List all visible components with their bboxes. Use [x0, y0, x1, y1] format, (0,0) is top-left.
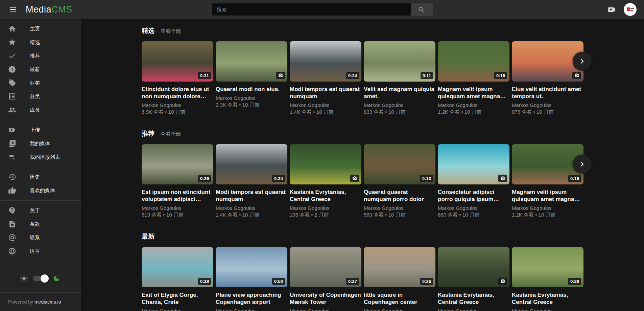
media-title[interactable]: Magnam velit ipsum quisquam amet magnam …: [512, 188, 583, 203]
media-author[interactable]: Markos Gogoulos: [290, 308, 361, 311]
media-card[interactable]: 0:16Magnam velit ipsum quisquam amet mag…: [438, 41, 509, 115]
media-thumbnail[interactable]: 0:11: [364, 41, 435, 82]
media-thumbnail[interactable]: 0:27: [290, 247, 361, 287]
media-thumbnail[interactable]: 0:24: [216, 144, 287, 184]
media-author[interactable]: Markos Gogoulos: [142, 205, 213, 211]
media-title[interactable]: Eius velit etincidunt amet tempora ut.: [512, 86, 583, 100]
media-thumbnail[interactable]: 0:31: [142, 41, 213, 82]
sidebar-item-latest[interactable]: 最新: [0, 63, 81, 76]
media-title[interactable]: Kastania Evrytanias, Central Greece: [290, 188, 361, 203]
sidebar-item-my-playlists[interactable]: 我的播放列表: [0, 150, 81, 164]
media-author[interactable]: Markos Gogoulos: [216, 205, 287, 211]
sidebar-item-contact[interactable]: 联系: [0, 231, 81, 244]
media-author[interactable]: Markos Gogoulos: [216, 95, 287, 101]
media-author[interactable]: Markos Gogoulos: [512, 205, 583, 211]
media-card[interactable]: 0:26Est ipsum non etincidunt voluptatem …: [142, 144, 213, 218]
media-thumbnail[interactable]: 0:24: [290, 41, 361, 82]
app-logo[interactable]: MediaCMS: [26, 4, 72, 15]
media-card[interactable]: 0:24Modi tempora est quaerat numquamMark…: [216, 144, 287, 218]
media-title[interactable]: Kastania Evrytanias, Central Greece: [438, 291, 509, 306]
media-title[interactable]: Magnam velit ipsum quisquam amet magnam …: [438, 86, 509, 100]
sidebar-item-about[interactable]: 关于: [0, 204, 81, 217]
sidebar-item-language[interactable]: 语言: [0, 244, 81, 258]
sidebar-item-liked-media[interactable]: 喜欢的媒体: [0, 184, 81, 197]
media-thumbnail[interactable]: [290, 144, 361, 184]
media-author[interactable]: Markos Gogoulos: [290, 102, 361, 108]
media-author[interactable]: Markos Gogoulos: [290, 205, 361, 211]
media-card[interactable]: 0:29Kastania Evrytanias, Central GreeceM…: [512, 247, 583, 311]
media-title[interactable]: Modi tempora est quaerat numquam: [290, 86, 361, 100]
media-author[interactable]: Markos Gogoulos: [364, 308, 435, 311]
media-author[interactable]: Markos Gogoulos: [142, 102, 213, 108]
menu-button[interactable]: [7, 4, 18, 15]
media-card[interactable]: 0:29Exit of Elygia Gorge, Chania, CreteM…: [142, 247, 213, 311]
mediacms-link[interactable]: mediacms.io: [34, 299, 61, 305]
sidebar-item-members[interactable]: 成员: [0, 103, 81, 117]
media-thumbnail[interactable]: [438, 144, 509, 184]
media-title[interactable]: Consectetur adipisci porro quiquia ipsum…: [438, 188, 509, 203]
sidebar-item-categories[interactable]: 分类: [0, 90, 81, 103]
media-author[interactable]: Markos Gogoulos: [512, 102, 583, 108]
media-title[interactable]: Kastania Evrytanias, Central Greece: [512, 291, 583, 306]
view-all-link[interactable]: 查看全部: [161, 131, 181, 137]
media-card[interactable]: 0:13Quaerat quaerat numquam porro dolorM…: [364, 144, 435, 218]
media-author[interactable]: Markos Gogoulos: [438, 205, 509, 211]
media-thumbnail[interactable]: 0:29: [512, 247, 583, 287]
media-card[interactable]: 0:16Magnam velit ipsum quisquam amet mag…: [512, 144, 583, 218]
section-title: 最新: [142, 232, 154, 241]
media-thumbnail[interactable]: 0:13: [364, 144, 435, 184]
media-card[interactable]: 0:36little square in Copenhagen centerMa…: [364, 247, 435, 311]
sidebar-item-terms[interactable]: 条款: [0, 217, 81, 231]
media-title[interactable]: little square in Copenhagen center: [364, 291, 435, 306]
media-card[interactable]: 0:11Velit sed magnam quiquia amet.Markos…: [364, 41, 435, 115]
media-title[interactable]: Quaerat quaerat numquam porro dolor: [364, 188, 435, 203]
media-card[interactable]: 0:31Etincidunt dolore eius ut non numqua…: [142, 41, 213, 115]
upload-media-button[interactable]: [606, 4, 618, 16]
theme-toggle-knob[interactable]: [41, 274, 49, 283]
media-card[interactable]: Consectetur adipisci porro quiquia ipsum…: [438, 144, 509, 218]
media-author[interactable]: Markos Gogoulos: [438, 102, 509, 108]
search-input[interactable]: [212, 3, 411, 16]
media-card[interactable]: Eius velit etincidunt amet tempora ut.Ma…: [512, 41, 583, 115]
theme-toggle-switch[interactable]: [33, 276, 47, 281]
media-author[interactable]: Markos Gogoulos: [512, 308, 583, 311]
sidebar-item-history[interactable]: 历史: [0, 170, 81, 184]
media-thumbnail[interactable]: [216, 41, 287, 82]
search-button[interactable]: [411, 3, 432, 16]
media-author[interactable]: Markos Gogoulos: [216, 308, 287, 311]
media-title[interactable]: Velit sed magnam quiquia amet.: [364, 86, 435, 100]
media-author[interactable]: Markos Gogoulos: [438, 308, 509, 311]
media-thumbnail[interactable]: [438, 247, 509, 287]
sidebar-item-upload[interactable]: 上传: [0, 123, 81, 137]
carousel-next-button[interactable]: [573, 52, 592, 71]
media-card[interactable]: Kastania Evrytanias, Central GreeceMarko…: [290, 144, 361, 218]
media-title[interactable]: Etincidunt dolore eius ut non numquam do…: [142, 86, 213, 100]
media-thumbnail[interactable]: 0:50: [216, 247, 287, 287]
media-card[interactable]: Quaerat modi non eius.Markos Gogoulos2.3…: [216, 41, 287, 115]
media-author[interactable]: Markos Gogoulos: [142, 308, 213, 311]
media-thumbnail[interactable]: 0:26: [142, 144, 213, 184]
media-title[interactable]: Est ipsum non etincidunt voluptatem adip…: [142, 188, 213, 203]
media-title[interactable]: University of Copenhagen Mærsk Tower: [290, 291, 361, 306]
media-thumbnail[interactable]: 0:16: [438, 41, 509, 82]
media-title[interactable]: Plane view approaching Copenhagen airpor…: [216, 291, 287, 306]
user-avatar[interactable]: [624, 3, 637, 16]
sidebar-item-recommended[interactable]: 推荐: [0, 49, 81, 63]
media-card[interactable]: 0:50Plane view approaching Copenhagen ai…: [216, 247, 287, 311]
media-title[interactable]: Exit of Elygia Gorge, Chania, Crete: [142, 291, 213, 306]
media-card[interactable]: Kastania Evrytanias, Central GreeceMarko…: [438, 247, 509, 311]
media-thumbnail[interactable]: 0:29: [142, 247, 213, 287]
sidebar-item-home[interactable]: 主页: [0, 22, 81, 36]
sidebar-item-my-media[interactable]: 我的媒体: [0, 137, 81, 150]
view-all-link[interactable]: 查看全部: [161, 28, 181, 35]
media-author[interactable]: Markos Gogoulos: [364, 205, 435, 211]
media-thumbnail[interactable]: 0:36: [364, 247, 435, 287]
sidebar-item-featured[interactable]: 精选: [0, 36, 81, 49]
sidebar-item-tags[interactable]: 标签: [0, 76, 81, 90]
carousel-next-button[interactable]: [573, 155, 592, 174]
media-author[interactable]: Markos Gogoulos: [364, 102, 435, 108]
media-title[interactable]: Quaerat modi non eius.: [216, 86, 287, 93]
media-card[interactable]: 0:27University of Copenhagen Mærsk Tower…: [290, 247, 361, 311]
media-card[interactable]: 0:24Modi tempora est quaerat numquamMark…: [290, 41, 361, 115]
media-title[interactable]: Modi tempora est quaerat numquam: [216, 188, 287, 203]
